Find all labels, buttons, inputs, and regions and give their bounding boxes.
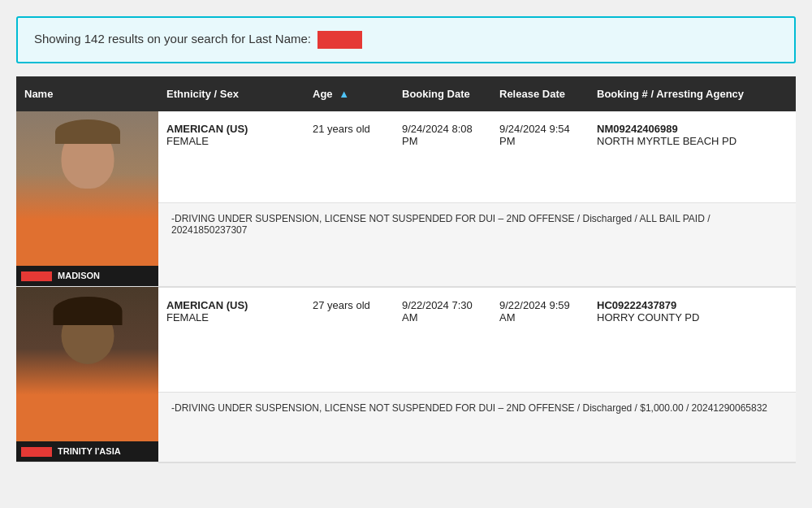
inmate-last-name-redacted bbox=[21, 271, 52, 281]
inmate-photo-cell: TRINITY I'ASIA bbox=[16, 287, 158, 462]
header-booking-agency: Booking # / Arresting Agency bbox=[589, 76, 796, 111]
inmate-first-name: TRINITY I'ASIA bbox=[58, 446, 121, 456]
search-banner-text: Showing 142 results on your search for L… bbox=[34, 32, 311, 46]
header-ethnicity-sex: Ethnicity / Sex bbox=[158, 76, 304, 111]
inmate-ethnicity-sex: AMERICAN (US)FEMALE bbox=[158, 287, 304, 393]
search-banner: Showing 142 results on your search for L… bbox=[16, 16, 796, 63]
table-header-row: Name Ethnicity / Sex Age ▲ Booking Date … bbox=[16, 76, 796, 111]
inmate-booking-date: 9/24/2024 8:08 PM bbox=[394, 111, 491, 203]
inmate-name-bar: TRINITY I'ASIA bbox=[16, 441, 158, 462]
inmate-photo bbox=[16, 111, 158, 266]
booking-number: HC09222437879 bbox=[597, 299, 788, 311]
sort-arrow-icon: ▲ bbox=[339, 88, 349, 100]
charge-details: -DRIVING UNDER SUSPENSION, LICENSE NOT S… bbox=[158, 392, 796, 462]
inmate-last-name-redacted bbox=[21, 447, 52, 457]
inmate-photo bbox=[16, 287, 158, 441]
inmate-release-date: 9/22/2024 9:59 AM bbox=[491, 287, 589, 393]
table-row: TRINITY I'ASIA AMERICAN (US)FEMALE27 yea… bbox=[16, 287, 796, 393]
inmate-booking-agency: HC09222437879HORRY COUNTY PD bbox=[589, 287, 796, 393]
inmate-age: 27 years old bbox=[304, 287, 394, 393]
inmate-ethnicity-sex: AMERICAN (US)FEMALE bbox=[158, 111, 304, 203]
inmate-age: 21 years old bbox=[304, 111, 394, 203]
inmate-photo-cell: MADISON bbox=[16, 111, 158, 287]
header-booking-date: Booking Date bbox=[394, 76, 491, 111]
inmate-name-bar: MADISON bbox=[16, 266, 158, 286]
charge-details: -DRIVING UNDER SUSPENSION, LICENSE NOT S… bbox=[158, 203, 796, 287]
inmate-first-name: MADISON bbox=[58, 271, 100, 280]
header-age[interactable]: Age ▲ bbox=[304, 76, 394, 111]
inmate-booking-date: 9/22/2024 7:30 AM bbox=[394, 287, 491, 393]
inmate-booking-agency: NM09242406989NORTH MYRTLE BEACH PD bbox=[589, 111, 796, 203]
results-table: Name Ethnicity / Sex Age ▲ Booking Date … bbox=[16, 76, 796, 463]
table-row: MADISON AMERICAN (US)FEMALE21 years old9… bbox=[16, 111, 796, 203]
header-release-date: Release Date bbox=[491, 76, 589, 111]
header-name: Name bbox=[16, 76, 158, 111]
page-wrapper: Showing 142 results on your search for L… bbox=[0, 0, 812, 508]
inmate-release-date: 9/24/2024 9:54 PM bbox=[491, 111, 589, 203]
search-last-name-redacted bbox=[317, 31, 362, 49]
booking-number: NM09242406989 bbox=[597, 123, 788, 135]
